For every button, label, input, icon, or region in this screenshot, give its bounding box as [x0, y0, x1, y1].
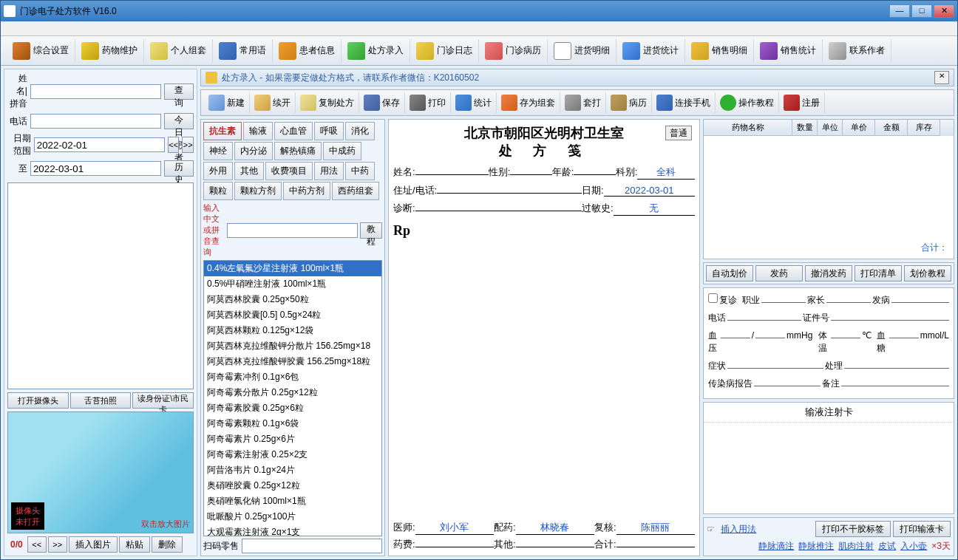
infect-field[interactable] [754, 376, 821, 386]
rx-sex-field[interactable] [510, 174, 551, 175]
drug-item[interactable]: 阿昔洛韦片 0.1g×24片 [204, 462, 381, 478]
subtool-新建[interactable]: 新建 [204, 92, 250, 113]
subtool-连接手机[interactable]: 连接手机 [652, 92, 716, 113]
toolbar-常用语[interactable]: 常用语 [213, 39, 273, 63]
rx-reviewer-field[interactable]: 陈丽丽 [616, 521, 695, 535]
maximize-button[interactable]: □ [911, 4, 932, 18]
subtool-复制处方[interactable]: 复制处方 [296, 92, 359, 113]
minimize-button[interactable]: — [889, 4, 910, 18]
inv-btn-发药[interactable]: 发药 [755, 265, 803, 281]
next-button[interactable]: >> [182, 137, 194, 153]
mode-静脉滴注[interactable]: 静脉滴注 [758, 540, 794, 553]
img-next-button[interactable]: >> [48, 536, 67, 553]
date-from-input[interactable] [34, 137, 165, 152]
open-camera-button[interactable]: 打开摄像头 [7, 392, 69, 409]
drug-tab-消化[interactable]: 消化 [345, 122, 375, 140]
toolbar-个人组套[interactable]: 个人组套 [144, 39, 213, 63]
img-prev-button[interactable]: << [27, 536, 47, 553]
drug-item[interactable]: 阿莫西林胶囊[0.5] 0.5g×24粒 [204, 307, 381, 323]
inv-btn-撤消发药[interactable]: 撤消发药 [805, 265, 852, 281]
rx-address-field[interactable] [437, 193, 582, 194]
drug-item[interactable]: 阿奇霉素冲剂 0.1g×6包 [204, 369, 381, 385]
note-field[interactable] [841, 376, 949, 386]
mode-静脉推注[interactable]: 静脉推注 [798, 540, 834, 553]
inv-btn-自动划价[interactable]: 自动划价 [706, 265, 753, 281]
drug-item[interactable]: 阿奇霉素胶囊 0.25g×6粒 [204, 400, 381, 416]
drug-tab-输液[interactable]: 输液 [243, 122, 273, 140]
phone-input[interactable] [30, 114, 161, 129]
mode-皮试[interactable]: 皮试 [878, 540, 896, 553]
form-phone-field[interactable] [727, 310, 801, 321]
prev-button[interactable]: << [168, 137, 180, 153]
toolbar-进货明细[interactable]: 进货明细 [548, 39, 616, 63]
drug-tab-中药[interactable]: 中药 [345, 162, 375, 180]
drug-tab-抗生素[interactable]: 抗生素 [203, 122, 242, 140]
toolbar-患者信息[interactable]: 患者信息 [273, 39, 342, 63]
toolbar-门诊日志[interactable]: 门诊日志 [410, 39, 479, 63]
rx-type-button[interactable]: 普通 [665, 126, 692, 140]
drug-item[interactable]: 吡哌酸片 0.25g×100片 [204, 509, 381, 525]
drug-item[interactable]: 0.4%左氧氟沙星注射液 100ml×1瓶 [204, 261, 381, 276]
subtool-存为组套[interactable]: 存为组套 [497, 92, 560, 113]
onset-field[interactable] [891, 293, 949, 303]
drug-tab-解热镇痛[interactable]: 解热镇痛 [274, 142, 322, 160]
toolbar-处方录入[interactable]: 处方录入 [342, 39, 410, 63]
temp-field[interactable] [831, 328, 860, 338]
drug-item[interactable]: 阿奇霉素分散片 0.25g×12粒 [204, 385, 381, 400]
print-label-button[interactable]: 打印不干胶标签 [815, 521, 891, 537]
delete-button[interactable]: 删除 [152, 536, 183, 553]
subtool-续开[interactable]: 续开 [250, 92, 296, 113]
patient-list[interactable] [7, 182, 194, 389]
subtool-保存[interactable]: 保存 [359, 92, 405, 113]
drug-item[interactable]: 阿奇霉素片 0.25g×6片 [204, 431, 381, 447]
toolbar-门诊病历[interactable]: 门诊病历 [479, 39, 548, 63]
drug-tab-外用[interactable]: 外用 [203, 162, 233, 180]
rx-allergy-field[interactable]: 无 [614, 202, 695, 216]
mode-入小壶[interactable]: 入小壶 [900, 540, 927, 553]
drug-tutorial-button[interactable]: 教程 [360, 222, 382, 239]
infusion-card-body[interactable] [704, 423, 954, 513]
read-idcard-button[interactable]: 读身份证\市民卡 [132, 392, 194, 409]
drug-tab-心血管[interactable]: 心血管 [274, 122, 313, 140]
drug-item[interactable]: 阿莫西林胶囊 0.25g×50粒 [204, 292, 381, 307]
rx-age-field[interactable] [574, 174, 615, 175]
rx-dept-field[interactable]: 全科 [637, 165, 695, 180]
insert-usage-link[interactable]: 插入用法 [721, 524, 756, 534]
drug-tab-神经[interactable]: 神经 [203, 142, 233, 160]
close-button[interactable]: ✕ [934, 4, 954, 18]
toolbar-销售明细[interactable]: 销售明细 [685, 39, 754, 63]
drug-tab-中成药[interactable]: 中成药 [323, 142, 361, 160]
toolbar-综合设置[interactable]: 综合设置 [7, 39, 75, 63]
drug-item[interactable]: 阿莫西林克拉维酸钾分散片 156.25mg×18 [204, 338, 381, 354]
symptom-field[interactable] [727, 358, 823, 369]
insert-image-button[interactable]: 插入图片 [69, 536, 118, 553]
rx-date-field[interactable]: 2022-03-01 [604, 185, 695, 197]
drug-tab-收费项目[interactable]: 收费项目 [265, 162, 313, 180]
rx-body[interactable] [393, 239, 695, 518]
rx-diagnosis-field[interactable] [415, 211, 582, 211]
inv-btn-划价教程[interactable]: 划价教程 [904, 265, 951, 281]
camera-preview[interactable]: 摄像头未打开 双击放大图片 [7, 412, 194, 533]
today-patient-button[interactable]: 今日患者 [164, 113, 194, 129]
treatment-field[interactable] [844, 358, 949, 369]
idno-field[interactable] [831, 310, 949, 321]
drug-item[interactable]: 阿莫西林克拉维酸钾胶囊 156.25mg×18粒 [204, 354, 381, 369]
sugar-field[interactable] [889, 328, 919, 338]
drug-tab-颗粒方剂[interactable]: 颗粒方剂 [234, 182, 282, 200]
parent-field[interactable] [826, 293, 871, 303]
subtool-注册[interactable]: 注册 [779, 92, 825, 113]
rx-doctor-field[interactable]: 刘小军 [415, 521, 494, 535]
name-input[interactable] [30, 84, 161, 99]
subtool-套打[interactable]: 套打 [560, 92, 606, 113]
bp-dia-field[interactable] [755, 328, 785, 338]
scan-input[interactable] [242, 539, 382, 553]
rx-total-field[interactable] [616, 547, 695, 547]
toolbar-联系作者[interactable]: 联系作者 [823, 39, 891, 63]
drug-tab-西药组套[interactable]: 西药组套 [332, 182, 379, 200]
drug-item[interactable]: 0.5%甲硝唑注射液 100ml×1瓶 [204, 276, 381, 292]
rx-pharmacist-field[interactable]: 林晓春 [516, 521, 594, 535]
drug-search-input[interactable] [227, 223, 358, 238]
history-rx-button[interactable]: 历史处方 [164, 160, 194, 177]
mode-times[interactable]: ×3天 [931, 540, 951, 553]
drug-tab-内分泌[interactable]: 内分泌 [234, 142, 273, 160]
